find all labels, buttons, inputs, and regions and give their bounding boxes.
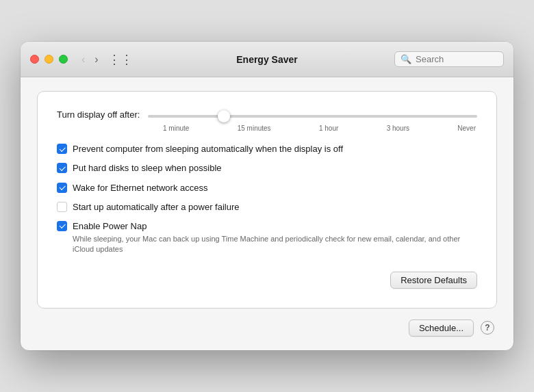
slider-container [148,108,477,120]
forward-button[interactable]: › [92,53,101,66]
titlebar: ‹ › ⋮⋮ Energy Saver 🔍 [21,42,513,77]
restore-defaults-button[interactable]: Restore Defaults [390,272,477,289]
list-item: Enable Power Nap While sleeping, your Ma… [57,220,477,255]
hard-disk-sleep-label-group: Put hard disks to sleep when possible [73,162,222,174]
display-sleep-slider-row: Turn display off after: 1 minute 15 minu… [57,108,477,132]
wake-ethernet-label-group: Wake for Ethernet network access [73,182,208,194]
prevent-sleep-checkbox[interactable] [57,144,67,154]
list-item: Wake for Ethernet network access [57,182,477,194]
power-nap-label: Enable Power Nap [73,220,477,233]
list-item: Prevent computer from sleeping automatic… [57,143,477,155]
content-area: Turn display off after: 1 minute 15 minu… [21,77,513,350]
search-icon: 🔍 [400,54,411,64]
slider-mark-1hr: 1 hour [319,125,338,132]
minimize-button[interactable] [44,55,53,64]
slider-mark-15min: 15 minutes [238,125,271,132]
settings-panel: Turn display off after: 1 minute 15 minu… [37,91,497,309]
hard-disk-sleep-label: Put hard disks to sleep when possible [73,162,222,174]
help-button[interactable]: ? [481,321,494,335]
display-sleep-slider[interactable] [148,115,477,118]
power-nap-sublabel: While sleeping, your Mac can back up usi… [73,234,477,255]
list-item: Put hard disks to sleep when possible [57,162,477,174]
prevent-sleep-label-group: Prevent computer from sleeping automatic… [73,143,343,155]
slider-mark-1min: 1 minute [163,125,189,132]
startup-after-failure-label-group: Start up automatically after a power fai… [73,201,240,213]
bottom-row: Schedule... ? [37,319,497,337]
power-nap-checkbox[interactable] [57,221,67,231]
back-button[interactable]: ‹ [79,53,88,66]
slider-mark-never: Never [457,125,476,132]
search-input[interactable] [416,54,498,64]
startup-after-failure-label: Start up automatically after a power fai… [73,201,240,213]
power-nap-label-group: Enable Power Nap While sleeping, your Ma… [73,220,477,255]
list-item: Start up automatically after a power fai… [57,201,477,213]
wake-ethernet-label: Wake for Ethernet network access [73,182,208,194]
main-window: ‹ › ⋮⋮ Energy Saver 🔍 Turn display off a… [21,42,513,350]
slider-label: Turn display off after: [57,109,140,120]
restore-row: Restore Defaults [57,272,477,289]
close-button[interactable] [30,55,39,64]
checkbox-list: Prevent computer from sleeping automatic… [57,143,477,255]
grid-icon[interactable]: ⋮⋮ [108,52,133,67]
search-bar[interactable]: 🔍 [394,51,504,67]
wake-ethernet-checkbox[interactable] [57,183,67,193]
window-title: Energy Saver [236,54,298,65]
prevent-sleep-label: Prevent computer from sleeping automatic… [73,143,343,155]
startup-after-failure-checkbox[interactable] [57,202,67,212]
maximize-button[interactable] [59,55,68,64]
slider-label-row: Turn display off after: [57,108,477,120]
schedule-button[interactable]: Schedule... [409,319,474,337]
nav-buttons: ‹ › [79,53,101,66]
hard-disk-sleep-checkbox[interactable] [57,163,67,173]
slider-mark-3hr: 3 hours [387,125,409,132]
traffic-lights [30,55,68,64]
